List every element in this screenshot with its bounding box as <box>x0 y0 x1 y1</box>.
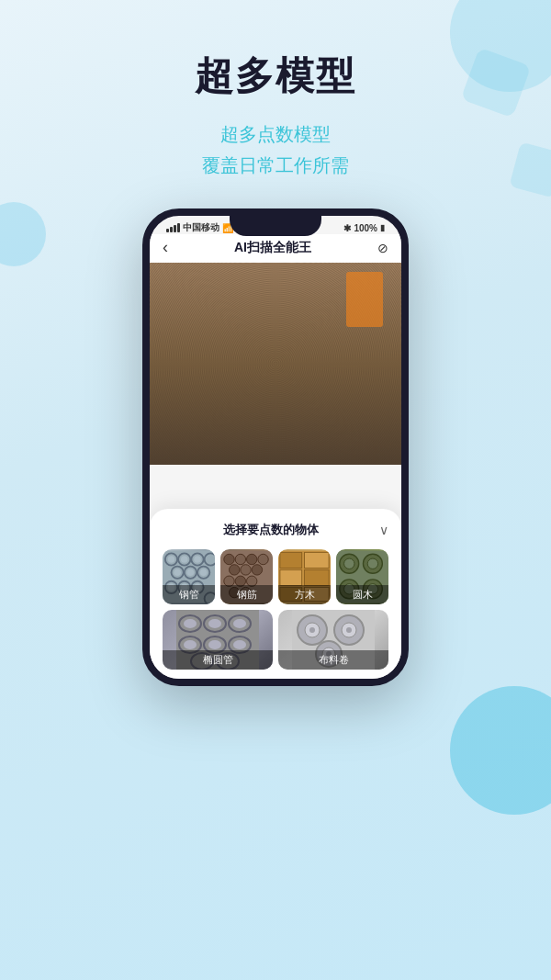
svg-point-71 <box>346 627 352 633</box>
svg-point-54 <box>208 619 221 628</box>
back-button[interactable]: ‹ <box>163 238 168 257</box>
status-left: 中国移动 📶 <box>166 221 233 234</box>
svg-point-2 <box>168 556 175 563</box>
svg-point-62 <box>233 640 246 649</box>
list-item[interactable]: 方木 <box>278 549 331 604</box>
photo-area <box>150 263 401 465</box>
list-item[interactable]: 钢管 <box>163 549 215 604</box>
subtitle-line1: 超多点数模型 <box>220 124 331 144</box>
battery-icon: ▮ <box>380 223 385 232</box>
phone-frame: 中国移动 📶 9:41 AM ✱ 100% ▮ ‹ AI扫描全能王 ⊘ 选择要点… <box>142 208 409 686</box>
list-item[interactable]: 钢筋 <box>220 549 273 604</box>
items-grid-row2: 椭圆管 <box>163 610 388 670</box>
svg-point-4 <box>181 556 188 563</box>
oval-pipe-label: 椭圆管 <box>163 650 273 670</box>
list-item[interactable]: 圆木 <box>336 549 388 604</box>
signal-icon <box>166 223 180 232</box>
svg-rect-38 <box>305 569 330 585</box>
svg-point-22 <box>224 554 234 564</box>
phone-mockup: 中国移动 📶 9:41 AM ✱ 100% ▮ ‹ AI扫描全能王 ⊘ 选择要点… <box>0 208 551 686</box>
svg-point-9 <box>174 569 181 576</box>
svg-point-24 <box>247 554 257 564</box>
svg-rect-35 <box>280 552 302 568</box>
svg-point-27 <box>241 565 251 575</box>
svg-point-60 <box>208 640 221 649</box>
svg-point-28 <box>252 565 262 575</box>
svg-point-52 <box>184 619 197 628</box>
page-subtitle: 超多点数模型 覆盖日常工作所需 <box>0 118 551 181</box>
phone-notch <box>230 216 321 236</box>
svg-point-68 <box>309 627 315 633</box>
square-wood-label: 方木 <box>278 585 331 604</box>
svg-rect-36 <box>305 552 330 568</box>
svg-point-56 <box>233 619 246 628</box>
list-item[interactable]: 椭圆管 <box>163 610 273 670</box>
steel-pipe-label: 钢管 <box>163 585 215 604</box>
list-item[interactable]: 布料卷 <box>278 610 388 670</box>
items-grid-row1: 钢管 <box>163 549 388 604</box>
svg-point-58 <box>184 640 197 649</box>
sheet-header: 选择要点数的物体 ∨ <box>163 522 388 538</box>
carrier-label: 中国移动 <box>183 221 219 234</box>
battery-percent: 100% <box>354 223 377 233</box>
svg-point-25 <box>258 554 268 564</box>
round-wood-label: 圆木 <box>336 585 388 604</box>
subtitle-line2: 覆盖日常工作所需 <box>202 155 349 175</box>
svg-point-13 <box>200 569 208 576</box>
bg-decoration-circle-bottom <box>450 686 551 815</box>
fabric-roll-label: 布料卷 <box>278 650 388 670</box>
app-header: ‹ AI扫描全能王 ⊘ <box>150 234 401 263</box>
svg-point-45 <box>367 558 377 569</box>
bluetooth-icon: ✱ <box>343 223 351 233</box>
rebar-label: 钢筋 <box>220 585 273 604</box>
bottom-sheet: 选择要点数的物体 ∨ <box>150 509 401 679</box>
app-title: AI扫描全能王 <box>234 240 311 256</box>
svg-point-26 <box>230 565 240 575</box>
page-title: 超多模型 <box>0 0 551 102</box>
construction-worker-overlay <box>346 272 383 327</box>
svg-point-43 <box>344 558 354 569</box>
status-right: ✱ 100% ▮ <box>343 223 385 233</box>
svg-point-23 <box>235 554 245 564</box>
chevron-down-icon[interactable]: ∨ <box>379 523 388 537</box>
pin-icon[interactable]: ⊘ <box>377 241 388 255</box>
svg-point-6 <box>194 556 201 563</box>
svg-rect-37 <box>280 569 302 585</box>
sheet-title: 选择要点数的物体 <box>163 522 379 538</box>
svg-point-11 <box>187 569 195 576</box>
